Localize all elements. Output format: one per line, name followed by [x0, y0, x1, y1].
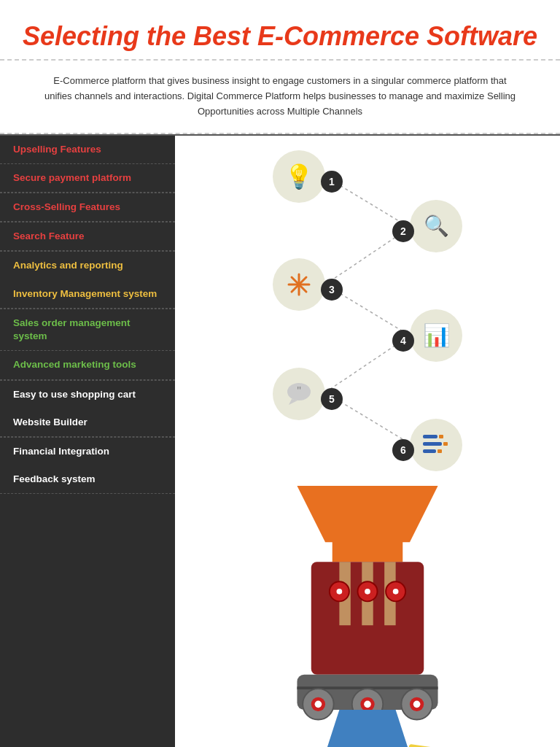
description-section: E-Commerce platform that gives business … [0, 61, 560, 133]
step-5-icon: " [273, 368, 325, 420]
step-3-num: 3 [321, 279, 343, 301]
svg-rect-19 [332, 541, 403, 562]
description-text: E-Commerce platform that gives business … [44, 74, 516, 119]
step-6-num: 6 [392, 439, 414, 461]
sidebar-item-inventory: Inventory Management system [0, 280, 175, 309]
step-1-num: 1 [321, 171, 343, 193]
step-5-num: 5 [321, 388, 343, 410]
step-1-icon: 💡 [273, 150, 325, 203]
page-wrapper: Selecting the Best E-Commerce Software E… [0, 0, 560, 747]
svg-rect-14 [423, 449, 436, 453]
right-panel: 💡 1 🔍 2 3 📊 4 " 5 [175, 136, 560, 747]
svg-point-37 [364, 700, 371, 708]
svg-rect-13 [423, 442, 442, 446]
title-section: Selecting the Best E-Commerce Software [0, 0, 560, 61]
sidebar-item-analytics: Analytics and reporting [0, 252, 175, 279]
step-4-icon: 📊 [410, 309, 462, 362]
sidebar-item-shopping-cart: Easy to use shopping cart [0, 381, 175, 409]
machine-container [182, 486, 553, 747]
svg-point-28 [365, 589, 370, 595]
sidebar-item-marketing: Advanced marketing tools [0, 351, 175, 379]
sidebar-item-search: Search Feature [0, 222, 175, 251]
sidebar-item-sales-order: Sales order management system [0, 309, 175, 351]
machine-svg [251, 486, 484, 747]
step-3-icon [273, 258, 325, 311]
svg-point-34 [315, 700, 322, 708]
svg-rect-12 [423, 435, 438, 438]
step-2-num: 2 [392, 220, 414, 242]
sidebar-item-cross-selling: Cross-Selling Features [0, 193, 175, 222]
content-area: Upselling Features Secure payment platfo… [0, 134, 560, 747]
step-4-num: 4 [392, 330, 414, 352]
page-title: Selecting the Best E-Commerce Software [15, 20, 545, 52]
sidebar-item-financial: Financial Integration [0, 438, 175, 465]
step-6-icon [410, 419, 462, 471]
sidebar-item-feedback: Feedback system [0, 465, 175, 494]
svg-point-40 [413, 700, 421, 708]
steps-container: 💡 1 🔍 2 3 📊 4 " 5 [265, 150, 470, 486]
svg-marker-41 [325, 710, 410, 747]
step-2-icon: 🔍 [410, 200, 462, 252]
svg-rect-51 [403, 743, 448, 747]
svg-point-27 [337, 589, 343, 595]
svg-text:": " [297, 385, 301, 398]
svg-rect-17 [438, 449, 442, 453]
svg-point-29 [393, 589, 399, 595]
svg-rect-16 [443, 442, 448, 446]
svg-rect-15 [439, 435, 443, 438]
svg-marker-18 [297, 486, 438, 542]
sidebar-item-website-builder: Website Builder [0, 409, 175, 437]
sidebar: Upselling Features Secure payment platfo… [0, 136, 175, 747]
sidebar-item-secure-payment: Secure payment platform [0, 164, 175, 193]
sidebar-item-upselling: Upselling Features [0, 136, 175, 164]
